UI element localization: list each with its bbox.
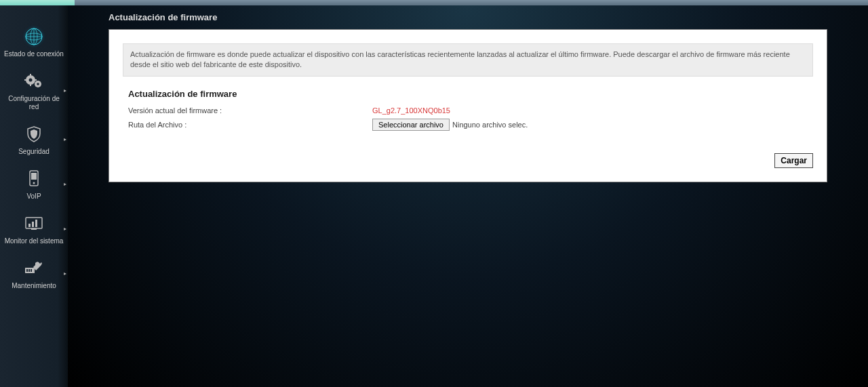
sidebar-item-status[interactable]: Estado de conexión — [0, 19, 68, 64]
main-content: Actualización de firmware Actualización … — [68, 5, 868, 387]
sidebar-item-security[interactable]: Seguridad ▸ — [0, 117, 68, 161]
load-button[interactable]: Cargar — [774, 153, 813, 168]
firmware-panel: Actualización de firmware es donde puede… — [108, 29, 827, 182]
section-title: Actualización de firmware — [123, 89, 813, 99]
topbar-accent — [0, 0, 75, 5]
gears-icon — [23, 70, 45, 92]
svg-rect-23 — [28, 269, 30, 272]
sidebar-item-monitor[interactable]: Monitor del sistema ▸ — [0, 206, 68, 251]
sidebar-item-voip[interactable]: VoIP ▸ — [0, 161, 68, 206]
phone-icon — [23, 168, 45, 190]
svg-rect-10 — [35, 79, 37, 81]
sidebar-item-maintenance[interactable]: Mantenimiento ▸ — [0, 251, 68, 296]
sidebar-item-label: Estado de conexión — [1, 50, 66, 58]
version-value: GL_g2.7_100XNQ0b15 — [372, 106, 450, 115]
sidebar-item-label: Mantenimiento — [9, 282, 59, 290]
svg-rect-19 — [35, 220, 37, 227]
filepath-label: Ruta del Archivo : — [128, 121, 372, 129]
svg-rect-14 — [31, 173, 37, 180]
svg-point-12 — [37, 83, 39, 85]
svg-rect-20 — [31, 228, 37, 230]
sidebar-item-label: Configuración de red — [0, 95, 68, 111]
chevron-right-icon: ▸ — [64, 270, 66, 277]
svg-rect-17 — [28, 224, 31, 227]
svg-rect-18 — [32, 222, 34, 227]
svg-point-6 — [29, 79, 33, 82]
chevron-right-icon: ▸ — [64, 136, 66, 142]
sidebar-item-label: Monitor del sistema — [2, 237, 66, 245]
svg-rect-7 — [30, 74, 31, 76]
file-status: Ninguno archivo selec. — [452, 121, 528, 129]
select-file-button[interactable]: Seleccionar archivo — [372, 119, 450, 131]
sidebar-item-label: VoIP — [24, 192, 43, 201]
chevron-right-icon: ▸ — [64, 181, 66, 187]
chart-monitor-icon — [23, 213, 45, 235]
page-title: Actualización de firmware — [68, 5, 868, 29]
shield-icon — [23, 123, 45, 145]
version-label: Versión actual del firmware : — [128, 106, 372, 115]
svg-rect-8 — [30, 84, 31, 86]
version-row: Versión actual del firmware : GL_g2.7_10… — [123, 104, 813, 117]
wrench-icon — [23, 258, 45, 279]
sidebar-item-network[interactable]: Configuración de red ▸ — [0, 64, 68, 117]
chevron-right-icon: ▸ — [64, 226, 66, 232]
sidebar: Estado de conexión Configuración de red … — [0, 5, 68, 387]
svg-rect-24 — [31, 269, 32, 272]
sidebar-item-label: Seguridad — [16, 148, 52, 156]
globe-icon — [23, 26, 45, 47]
chevron-right-icon: ▸ — [64, 87, 66, 94]
svg-rect-22 — [26, 269, 28, 272]
button-row: Cargar — [123, 153, 813, 168]
info-box: Actualización de firmware es donde puede… — [123, 43, 813, 77]
filepath-row: Ruta del Archivo : Seleccionar archivo N… — [123, 117, 813, 133]
topbar — [0, 0, 868, 5]
svg-point-15 — [33, 182, 35, 184]
svg-rect-9 — [24, 79, 26, 81]
